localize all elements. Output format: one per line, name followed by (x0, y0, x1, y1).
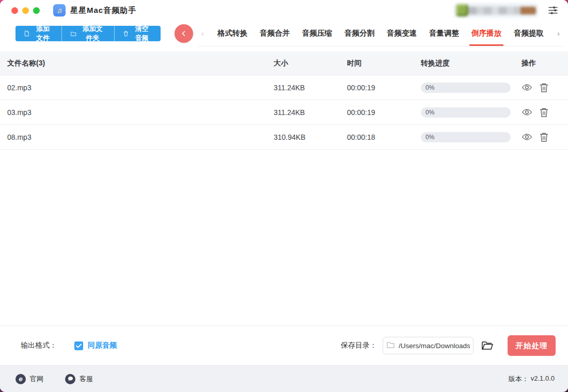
empty-content-area (0, 150, 568, 325)
chat-bubble-icon (65, 374, 75, 384)
file-size: 311.24KB (274, 108, 347, 117)
file-time: 00:00:18 (347, 133, 421, 141)
progress-bar: 0% (421, 132, 511, 142)
start-process-button[interactable]: 开始处理 (508, 335, 556, 356)
file-table: 文件名称(3) 大小 时间 转换进度 操作 02.mp3 311.24KB 00… (0, 52, 568, 150)
file-name: 03.mp3 (7, 108, 274, 117)
progress-value: 0% (425, 109, 434, 116)
official-website-link[interactable]: e 官网 (15, 374, 43, 384)
redacted-block (507, 7, 514, 14)
customer-support-link[interactable]: 客服 (65, 374, 93, 384)
redacted-block (484, 7, 492, 14)
save-dir-label: 保存目录： (341, 341, 377, 350)
website-globe-icon: e (15, 374, 26, 384)
redacted-block (514, 7, 520, 14)
tab-audio-split[interactable]: 音频分割 (344, 21, 374, 46)
delete-trash-icon[interactable] (539, 82, 549, 93)
version-label: 版本： (509, 374, 529, 384)
traffic-lights (11, 7, 40, 14)
chevron-left-icon (181, 30, 187, 37)
avatar (456, 4, 468, 17)
tabs-scroll-right-icon[interactable]: › (556, 29, 561, 37)
file-size: 311.24KB (274, 84, 347, 92)
app-logo-icon: ♫ (53, 4, 66, 17)
col-filename: 文件名称(3) (7, 59, 274, 68)
toolbar-row: 添加文件 添加文件夹 清空音频 ‹ 格式转换 音频合并 (0, 21, 568, 46)
file-icon (24, 30, 29, 37)
app-title: 星星Mac音频助手 (70, 6, 136, 15)
zoom-window-button[interactable] (33, 7, 40, 14)
tab-reverse-play[interactable]: 倒序播放 (471, 21, 501, 46)
add-folder-label: 添加文件夹 (80, 26, 105, 41)
col-progress: 转换进度 (421, 59, 522, 68)
col-ops: 操作 (522, 59, 568, 68)
trash-icon (123, 30, 129, 37)
file-time: 00:00:19 (347, 108, 421, 117)
add-folder-button[interactable]: 添加文件夹 (62, 26, 114, 41)
col-time: 时间 (347, 59, 421, 68)
add-file-label: 添加文件 (33, 26, 53, 41)
progress-value: 0% (425, 134, 434, 141)
file-name: 02.mp3 (7, 84, 274, 92)
back-button[interactable] (175, 24, 193, 43)
progress-bar: 0% (421, 83, 511, 93)
tab-volume-adjust[interactable]: 音量调整 (429, 21, 459, 46)
tab-audio-speed[interactable]: 音频变速 (387, 21, 417, 46)
file-size: 310.94KB (274, 133, 347, 141)
progress-value: 0% (425, 84, 434, 91)
preview-eye-icon[interactable] (522, 107, 532, 118)
account-info-redacted[interactable] (454, 3, 538, 18)
col-size: 大小 (274, 59, 347, 68)
table-header: 文件名称(3) 大小 时间 转换进度 操作 (0, 52, 568, 75)
website-label: 官网 (30, 374, 43, 384)
redacted-block (477, 7, 484, 14)
preview-eye-icon[interactable] (522, 82, 532, 93)
feature-tabs: ‹ 格式转换 音频合并 音频压缩 音频分割 音频变速 音量调整 倒序播放 音频提… (198, 21, 563, 46)
file-actions-group: 添加文件 添加文件夹 清空音频 (15, 26, 161, 41)
redacted-block (468, 7, 477, 14)
close-window-button[interactable] (11, 7, 18, 14)
tab-audio-compress[interactable]: 音频压缩 (302, 21, 332, 46)
settings-sliders-icon[interactable] (547, 5, 559, 16)
tab-audio-merge[interactable]: 音频合并 (260, 21, 290, 46)
clear-audio-button[interactable]: 清空音频 (115, 26, 161, 41)
clear-audio-label: 清空音频 (132, 26, 152, 41)
save-dir-input[interactable] (383, 337, 474, 354)
folder-icon (71, 30, 76, 37)
version-info: 版本： v2.1.0.0 (509, 374, 555, 384)
version-value: v2.1.0.0 (531, 374, 555, 384)
add-file-button[interactable]: 添加文件 (15, 26, 62, 41)
check-icon (76, 344, 82, 348)
table-row: 03.mp3 311.24KB 00:00:19 0% (0, 100, 568, 125)
preview-eye-icon[interactable] (522, 132, 532, 142)
file-name: 08.mp3 (7, 133, 274, 141)
delete-trash-icon[interactable] (539, 107, 549, 118)
app-window: ♫ 星星Mac音频助手 (0, 0, 568, 392)
footer: e 官网 客服 版本： v2.1.0.0 (0, 365, 568, 392)
output-format-label: 输出格式： (21, 341, 57, 350)
delete-trash-icon[interactable] (539, 132, 549, 142)
same-as-source-checkbox[interactable] (74, 341, 83, 350)
redacted-block (520, 7, 536, 14)
tab-format-convert[interactable]: 格式转换 (217, 21, 247, 46)
redacted-block (492, 7, 499, 14)
file-time: 00:00:19 (347, 84, 421, 92)
titlebar: ♫ 星星Mac音频助手 (0, 0, 568, 21)
browse-folder-icon[interactable] (481, 339, 494, 352)
support-label: 客服 (80, 374, 93, 384)
tabs-scroll-left-icon[interactable]: ‹ (200, 29, 205, 37)
table-row: 08.mp3 310.94KB 00:00:18 0% (0, 125, 568, 150)
save-dir-input-wrap (383, 337, 474, 354)
same-as-source-label[interactable]: 同原音频 (88, 341, 117, 350)
action-bar: 输出格式： 同原音频 保存目录： 开始处理 (0, 325, 568, 365)
redacted-block (499, 7, 507, 14)
minimize-window-button[interactable] (22, 7, 29, 14)
table-row: 02.mp3 311.24KB 00:00:19 0% (0, 75, 568, 100)
progress-bar: 0% (421, 107, 511, 118)
tab-audio-extract[interactable]: 音频提取 (514, 21, 544, 46)
